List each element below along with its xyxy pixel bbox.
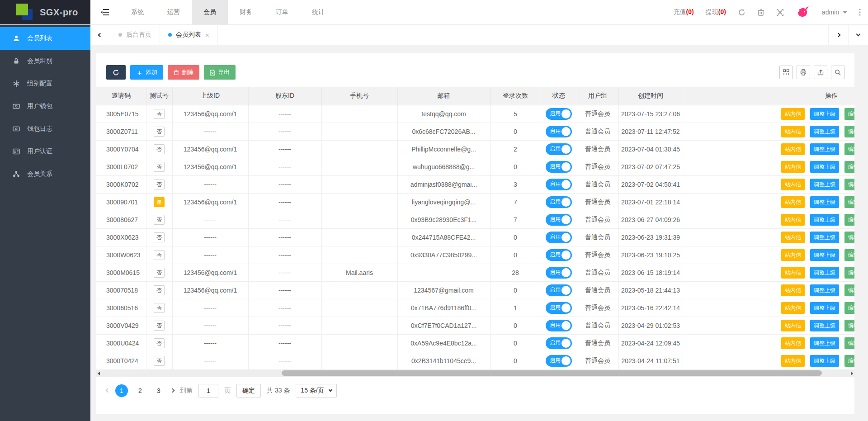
- adjust-upline-button[interactable]: 调整上级: [810, 267, 839, 279]
- horizontal-scrollbar[interactable]: [96, 370, 854, 377]
- adjust-upline-button[interactable]: 调整上级: [810, 302, 839, 314]
- edit-button[interactable]: 编辑: [844, 179, 854, 190]
- top-nav-item-2[interactable]: 会员: [192, 0, 228, 24]
- status-toggle[interactable]: 启用: [546, 143, 572, 155]
- col-created-at[interactable]: 创建时间: [618, 87, 683, 105]
- top-nav-item-5[interactable]: 统计: [300, 0, 336, 24]
- collapse-menu-icon[interactable]: [90, 0, 119, 24]
- export-file-icon[interactable]: [814, 66, 827, 79]
- sidebar-item-6[interactable]: 会员关系: [0, 163, 90, 185]
- site-message-button[interactable]: 站内信: [781, 337, 805, 349]
- edit-button[interactable]: 编辑: [844, 214, 854, 226]
- edit-button[interactable]: 编辑: [844, 320, 854, 331]
- site-message-button[interactable]: 站内信: [781, 161, 805, 173]
- top-nav-item-0[interactable]: 系统: [119, 0, 156, 24]
- edit-button[interactable]: 编辑: [844, 267, 854, 279]
- edit-button[interactable]: 编辑: [844, 143, 854, 155]
- col-actions[interactable]: 操作: [683, 87, 854, 105]
- site-message-button[interactable]: 站内信: [781, 143, 805, 155]
- site-message-button[interactable]: 站内信: [781, 179, 805, 190]
- col-shareholder-id[interactable]: 股东ID: [248, 87, 321, 105]
- edit-button[interactable]: 编辑: [844, 196, 854, 208]
- adjust-upline-button[interactable]: 调整上级: [810, 143, 839, 155]
- trash-icon[interactable]: [757, 9, 764, 16]
- edit-button[interactable]: 编辑: [844, 232, 854, 243]
- edit-button[interactable]: 编辑: [844, 126, 854, 137]
- site-message-button[interactable]: 站内信: [781, 320, 805, 331]
- status-toggle[interactable]: 启用: [546, 320, 572, 331]
- col-login-count[interactable]: 登录次数: [490, 87, 541, 105]
- status-toggle[interactable]: 启用: [546, 337, 572, 349]
- print-icon[interactable]: [797, 66, 810, 79]
- page-button-1[interactable]: 2: [134, 384, 146, 397]
- site-message-button[interactable]: 站内信: [781, 232, 805, 243]
- sidebar-item-0[interactable]: 会员列表: [0, 27, 90, 50]
- unicorn-avatar[interactable]: [796, 5, 810, 19]
- site-message-button[interactable]: 站内信: [781, 249, 805, 261]
- adjust-upline-button[interactable]: 调整上级: [810, 355, 839, 367]
- adjust-upline-button[interactable]: 调整上级: [810, 108, 839, 120]
- top-nav-item-1[interactable]: 运营: [156, 0, 192, 24]
- sidebar-item-2[interactable]: 组别配置: [0, 72, 90, 95]
- col-email[interactable]: 邮箱: [397, 87, 490, 105]
- page-button-2[interactable]: 3: [152, 384, 165, 397]
- tabs-scroll-left-button[interactable]: [90, 25, 110, 45]
- add-member-button[interactable]: ＋ 添加: [130, 65, 163, 80]
- tabs-menu-button[interactable]: [848, 25, 868, 45]
- adjust-upline-button[interactable]: 调整上级: [810, 320, 839, 331]
- tab-close-icon[interactable]: ×: [205, 32, 209, 38]
- edit-button[interactable]: 编辑: [844, 161, 854, 173]
- status-toggle[interactable]: 启用: [546, 108, 572, 120]
- top-nav-item-3[interactable]: 财务: [228, 0, 264, 24]
- edit-button[interactable]: 编辑: [844, 355, 854, 367]
- adjust-upline-button[interactable]: 调整上级: [810, 337, 839, 349]
- adjust-upline-button[interactable]: 调整上级: [810, 126, 839, 137]
- col-phone[interactable]: 手机号: [321, 87, 397, 105]
- scroll-left-arrow-icon[interactable]: [98, 372, 100, 375]
- edit-button[interactable]: 编辑: [844, 284, 854, 296]
- status-toggle[interactable]: 启用: [546, 161, 572, 173]
- site-message-button[interactable]: 站内信: [781, 126, 805, 137]
- edit-button[interactable]: 编辑: [844, 108, 854, 120]
- site-message-button[interactable]: 站内信: [781, 302, 805, 314]
- status-toggle[interactable]: 启用: [546, 126, 572, 137]
- status-toggle[interactable]: 启用: [546, 214, 572, 226]
- adjust-upline-button[interactable]: 调整上级: [810, 232, 839, 243]
- col-upline-id[interactable]: 上级ID: [172, 87, 248, 105]
- adjust-upline-button[interactable]: 调整上级: [810, 214, 839, 226]
- columns-icon[interactable]: [779, 66, 793, 79]
- site-message-button[interactable]: 站内信: [781, 355, 805, 367]
- scrollbar-thumb[interactable]: [282, 370, 822, 376]
- edit-button[interactable]: 编辑: [844, 249, 854, 261]
- adjust-upline-button[interactable]: 调整上级: [810, 249, 839, 261]
- next-page-button[interactable]: [171, 389, 174, 392]
- adjust-upline-button[interactable]: 调整上级: [810, 179, 839, 190]
- export-members-button[interactable]: 导出: [204, 65, 236, 80]
- site-message-button[interactable]: 站内信: [781, 214, 805, 226]
- site-message-button[interactable]: 站内信: [781, 196, 805, 208]
- sidebar-item-4[interactable]: 钱包日志: [0, 118, 90, 140]
- recharge-link[interactable]: 充值(0): [674, 8, 694, 16]
- tabs-scroll-right-button[interactable]: [828, 25, 848, 45]
- status-toggle[interactable]: 启用: [546, 355, 572, 367]
- status-toggle[interactable]: 启用: [546, 284, 572, 296]
- top-nav-item-4[interactable]: 订单: [264, 0, 300, 24]
- scroll-right-arrow-icon[interactable]: [851, 372, 853, 375]
- site-message-button[interactable]: 站内信: [781, 267, 805, 279]
- admin-menu[interactable]: admin: [822, 9, 847, 16]
- tab-0[interactable]: 后台首页 ×: [110, 25, 160, 45]
- kebab-menu-icon[interactable]: [859, 9, 861, 16]
- edit-button[interactable]: 编辑: [844, 302, 854, 314]
- confirm-page-button[interactable]: 确定: [236, 384, 261, 397]
- delete-members-button[interactable]: 删除: [168, 65, 199, 80]
- adjust-upline-button[interactable]: 调整上级: [810, 161, 839, 173]
- status-toggle[interactable]: 启用: [546, 249, 572, 261]
- sidebar-item-3[interactable]: 用户钱包: [0, 95, 90, 118]
- sidebar-item-1[interactable]: 会员组别: [0, 50, 90, 72]
- status-toggle[interactable]: 启用: [546, 196, 572, 208]
- per-page-select[interactable]: 15 条/页: [296, 384, 336, 397]
- page-button-0[interactable]: 1: [115, 384, 128, 397]
- status-toggle[interactable]: 启用: [546, 302, 572, 314]
- refresh-icon[interactable]: [738, 9, 745, 16]
- site-message-button[interactable]: 站内信: [781, 108, 805, 120]
